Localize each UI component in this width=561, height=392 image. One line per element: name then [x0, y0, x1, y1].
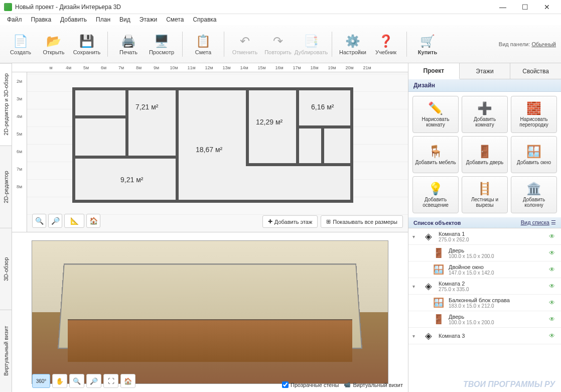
settings-button[interactable]: ⚙️Настройки — [337, 28, 368, 60]
add-floor-icon: ✚ — [268, 218, 272, 225]
list-item[interactable]: 🪟 Балконный блок справа 183.0 x 15.0 x 2… — [408, 295, 561, 311]
menu-help[interactable]: Справка — [189, 15, 220, 24]
expand-icon: ▾ — [412, 333, 418, 339]
transparent-walls-checkbox[interactable]: Прозрачные стены — [282, 381, 339, 388]
close-button[interactable]: ✕ — [537, 2, 557, 13]
add-door-button[interactable]: 🚪Добавить дверь — [462, 136, 508, 173]
visibility-icon[interactable]: 👁 — [549, 332, 557, 339]
zoom-in-button[interactable]: 🔎 — [48, 214, 62, 228]
list-item[interactable]: ▾ ◈ Комната 2 275.0 x 335.0 👁 — [408, 278, 561, 295]
object-type-icon: 🪟 — [433, 297, 445, 309]
create-button[interactable]: 📄Создать — [5, 28, 36, 60]
virtual-visit-button[interactable]: 📹 Виртуальный визит — [344, 381, 403, 388]
stairs-icon: 🪜 — [477, 182, 492, 196]
add-window-button[interactable]: 🪟Добавить окно — [511, 136, 557, 173]
canvas-area: м4м5м6м7м8м9м10м11м12м13м14м15м16м17м18м… — [12, 63, 408, 392]
estimate-button[interactable]: 📋Смета — [188, 28, 219, 60]
tutorial-button[interactable]: ❓Учебник — [370, 28, 401, 60]
fit-button[interactable]: ⛶ — [103, 374, 118, 388]
tab-project[interactable]: Проект — [408, 63, 460, 79]
home-button[interactable]: 🏠 — [86, 214, 100, 228]
menu-estimate[interactable]: Смета — [162, 15, 188, 24]
chair-icon: 🪑 — [428, 145, 443, 159]
vtab-3d[interactable]: 3D-обзор — [0, 228, 12, 310]
maximize-button[interactable]: ☐ — [515, 2, 535, 13]
ruler-tick: 3м — [12, 90, 27, 107]
plan-2d-viewport[interactable]: 2м3м4м5м6м7м8м 7,21 м² 18,67 м² 12,29 м²… — [12, 72, 408, 232]
room-area-label: 9,21 м² — [120, 176, 143, 184]
add-room-button[interactable]: ➕Добавить комнату — [462, 96, 508, 133]
add-floor-button[interactable]: ✚Добавить этаж — [262, 215, 318, 228]
menu-view[interactable]: Вид — [115, 15, 134, 24]
menu-add[interactable]: Добавить — [56, 15, 91, 24]
list-item[interactable]: 🚪 Дверь 100.0 x 15.0 x 200.0 👁 — [408, 245, 561, 262]
tab-floors[interactable]: Этажи — [460, 63, 511, 79]
ruler-tick: 12м — [200, 65, 218, 70]
visibility-icon[interactable]: 👁 — [549, 249, 557, 256]
ruler-tick: 4м — [12, 107, 27, 125]
visibility-icon[interactable]: 👁 — [549, 266, 557, 273]
print-button[interactable]: 🖨️Печать — [113, 28, 144, 60]
add-furniture-button[interactable]: 🪑Добавить мебель — [412, 136, 459, 173]
home-3d-button[interactable]: 🏠 — [120, 374, 135, 388]
measure-button[interactable]: 📐 — [64, 214, 84, 228]
ruler-tick: 5м — [77, 65, 95, 70]
vtab-virtual[interactable]: Виртуальный визит — [0, 310, 12, 392]
object-name: Комната 1 — [439, 231, 545, 237]
buy-button[interactable]: 🛒Купить — [412, 28, 443, 60]
render-3d — [32, 240, 388, 384]
dimensions-icon: ⊞ — [326, 218, 331, 225]
zoom-out-button[interactable]: 🔍 — [32, 214, 46, 228]
rotate-360-button[interactable]: 360° — [32, 374, 50, 388]
object-type-icon: ◈ — [423, 330, 435, 342]
zoom-in-3d-button[interactable]: 🔎 — [86, 374, 101, 388]
visibility-icon[interactable]: 👁 — [549, 233, 557, 240]
view-3d-viewport[interactable]: 360° ✋ 🔍 🔎 ⛶ 🏠 Прозрачные стены 📹 Виртуа… — [12, 232, 408, 392]
monitor-icon: 🖥️ — [154, 33, 170, 49]
ruler-tick: 5м — [12, 125, 27, 143]
visibility-icon[interactable]: 👁 — [549, 316, 557, 323]
ruler-tick: 8м — [130, 65, 148, 70]
ruler-tick: 6м — [95, 65, 112, 70]
vtab-2d[interactable]: 2D-редактор — [0, 146, 12, 228]
list-icon[interactable]: ☰ — [551, 219, 556, 225]
redo-button[interactable]: ↷Повторить — [262, 28, 294, 60]
undo-button[interactable]: ↶Отменить — [229, 28, 260, 60]
object-dimensions: 100.0 x 15.0 x 200.0 — [449, 320, 545, 325]
ruler-tick: 19м — [323, 65, 341, 70]
ruler-tick: 11м — [183, 65, 200, 70]
add-lighting-button[interactable]: 💡Добавить освещение — [412, 176, 459, 213]
menu-plan[interactable]: План — [92, 15, 114, 24]
vtab-combo[interactable]: 2D-редактор и 3D-обзор — [0, 63, 12, 146]
visibility-icon[interactable]: 👁 — [549, 283, 557, 290]
list-item[interactable]: 🪟 Двойное окно 147.0 x 15.0 x 142.0 👁 — [408, 262, 561, 278]
preview-button[interactable]: 🖥️Просмотр — [146, 28, 177, 60]
pan-button[interactable]: ✋ — [52, 374, 67, 388]
draw-partition-button[interactable]: 🧱Нарисовать перегородку — [511, 96, 557, 133]
minimize-button[interactable]: — — [493, 2, 513, 13]
menu-file[interactable]: Файл — [3, 15, 26, 24]
menu-floors[interactable]: Этажи — [135, 15, 161, 24]
ruler-vertical: 2м3м4м5м6м7м8м — [12, 72, 27, 232]
add-column-button[interactable]: 🏛️Добавить колонну — [511, 176, 557, 213]
list-item[interactable]: ▾ ◈ Комната 3 👁 — [408, 328, 561, 344]
draw-room-button[interactable]: ✏️Нарисовать комнату — [412, 96, 459, 133]
open-button[interactable]: 📂Открыть — [38, 28, 69, 60]
ruler-horizontal: м4м5м6м7м8м9м10м11м12м13м14м15м16м17м18м… — [12, 63, 408, 72]
menu-edit[interactable]: Правка — [27, 15, 56, 24]
zoom-out-3d-button[interactable]: 🔍 — [69, 374, 84, 388]
floor-plan[interactable]: 7,21 м² 18,67 м² 12,29 м² 6,16 м² 9,21 м… — [72, 87, 353, 203]
help-icon: ❓ — [378, 33, 394, 49]
panel-mode-link[interactable]: Обычный — [531, 41, 556, 47]
save-button[interactable]: 💾Сохранить — [71, 28, 102, 60]
list-view-mode-link[interactable]: Вид списка — [521, 219, 549, 225]
visibility-icon[interactable]: 👁 — [549, 299, 557, 306]
list-item[interactable]: ▾ ◈ Комната 1 275.0 x 262.0 👁 — [408, 228, 561, 245]
show-sizes-button[interactable]: ⊞Показывать все размеры — [321, 215, 403, 228]
tab-properties[interactable]: Свойства — [510, 63, 561, 79]
duplicate-icon: 📑 — [303, 33, 319, 49]
list-item[interactable]: 🚪 Дверь 100.0 x 15.0 x 200.0 👁 — [408, 311, 561, 328]
lightbulb-icon: 💡 — [428, 182, 443, 196]
duplicate-button[interactable]: 📑Дублировать — [296, 28, 327, 60]
stairs-button[interactable]: 🪜Лестницы и вырезы — [462, 176, 508, 213]
